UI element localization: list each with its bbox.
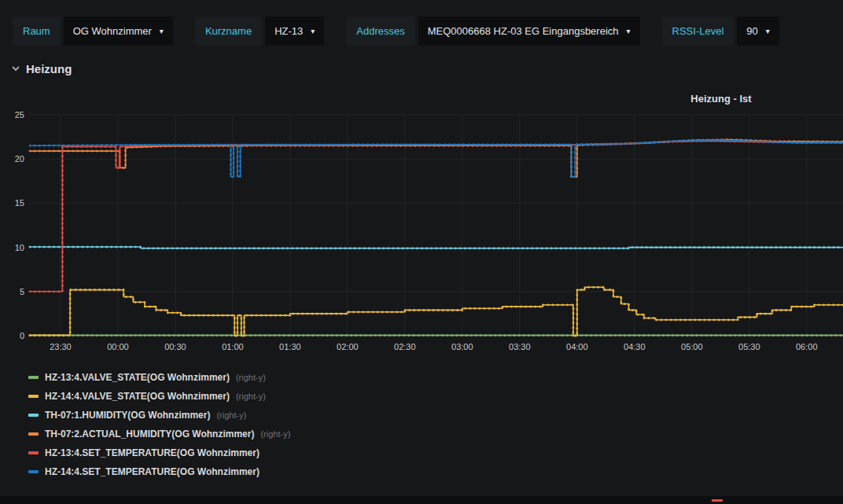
- x-axis-label: 23:30: [50, 342, 72, 351]
- legend-color-key[interactable]: [28, 414, 39, 417]
- graph-canvas[interactable]: 23:3000:0000:3001:0001:3002:0002:3003:00…: [0, 88, 843, 359]
- variable-value-text: MEQ0006668 HZ-03 EG Eingangsbereich: [428, 25, 619, 37]
- variable-label: Raum: [13, 17, 61, 46]
- legend-axis-suffix: (right-y): [236, 392, 266, 401]
- legend-color-key[interactable]: [28, 395, 39, 398]
- legend-color-key[interactable]: [28, 470, 39, 473]
- x-axis-label: 00:30: [164, 342, 186, 351]
- series-line-4: [30, 141, 843, 292]
- variable-value-dropdown[interactable]: MEQ0006668 HZ-03 EG Eingangsbereich▾: [418, 17, 640, 46]
- x-axis-label: 01:00: [222, 342, 244, 351]
- series-line-1: [30, 287, 843, 336]
- variable-group-3: RSSI-Level90▾: [662, 17, 779, 46]
- legend-item[interactable]: HZ-14:4.VALVE_STATE(OG Wohnzimmer)(right…: [28, 387, 290, 406]
- x-axis-label: 05:00: [681, 342, 703, 351]
- y-axis-label: 15: [15, 198, 24, 208]
- caret-down-icon: ▾: [160, 28, 164, 35]
- legend-series-name: TH-07:2.ACTUAL_HUMIDITY(OG Wohnzimmer): [45, 429, 254, 440]
- y-axis-label: 0: [20, 331, 24, 340]
- variable-label: Kurzname: [195, 17, 262, 46]
- x-axis-label: 02:00: [337, 342, 359, 351]
- legend-color-key[interactable]: [28, 432, 39, 436]
- legend-series-name: TH-07:1.HUMIDITY(OG Wohnzimmer): [45, 410, 210, 421]
- legend-color-key[interactable]: [28, 451, 39, 454]
- next-row-strip: [0, 496, 843, 504]
- x-axis-label: 03:30: [509, 342, 531, 351]
- x-axis-label: 01:30: [279, 342, 301, 351]
- legend-series-name: HZ-14:4.SET_TEMPERATURE(OG Wohnzimmer): [45, 466, 260, 477]
- legend-axis-suffix: (right-y): [260, 429, 290, 439]
- panel-heizung-ist: Heizung - Ist 23:3000:0000:3001:0001:300…: [0, 82, 843, 497]
- caret-down-icon: ▾: [311, 28, 315, 35]
- x-axis-label: 03:00: [451, 342, 473, 351]
- next-panel-marker: [712, 499, 723, 502]
- legend-series-name: HZ-13:4.SET_TEMPERATURE(OG Wohnzimmer): [45, 447, 260, 458]
- row-title: Heizung: [26, 62, 72, 75]
- series-points-1: [30, 287, 843, 336]
- chevron-down-icon: [11, 64, 20, 73]
- y-axis-label: 20: [15, 154, 24, 164]
- variable-label: RSSI-Level: [662, 17, 734, 46]
- x-axis-label: 04:00: [566, 342, 588, 351]
- variables-bar: RaumOG Wohnzimmer▾KurznameHZ-13▾Addresse…: [13, 17, 843, 46]
- series-points-4: [30, 141, 843, 292]
- x-axis-label: 06:00: [796, 342, 818, 351]
- x-axis-label: 02:30: [394, 342, 416, 351]
- legend-series-name: HZ-13:4.VALVE_STATE(OG Wohnzimmer): [45, 372, 230, 383]
- variable-value-dropdown[interactable]: 90▾: [737, 17, 779, 46]
- variable-group-2: AddressesMEQ0006668 HZ-03 EG Eingangsber…: [346, 17, 639, 46]
- variable-value-dropdown[interactable]: HZ-13▾: [265, 17, 324, 46]
- legend-color-key[interactable]: [28, 376, 39, 379]
- legend-item[interactable]: HZ-14:4.SET_TEMPERATURE(OG Wohnzimmer): [28, 462, 290, 481]
- caret-down-icon: ▾: [627, 28, 631, 35]
- x-axis-label: 00:00: [107, 342, 129, 351]
- legend-item[interactable]: TH-07:1.HUMIDITY(OG Wohnzimmer)(right-y): [28, 406, 290, 425]
- y-axis-label: 5: [20, 287, 24, 296]
- variable-label: Addresses: [346, 17, 414, 46]
- legend-item[interactable]: HZ-13:4.VALVE_STATE(OG Wohnzimmer)(right…: [28, 368, 290, 387]
- legend-axis-suffix: (right-y): [216, 410, 246, 420]
- y-axis-label: 10: [15, 243, 24, 252]
- caret-down-icon: ▾: [766, 28, 770, 35]
- legend-item[interactable]: HZ-13:4.SET_TEMPERATURE(OG Wohnzimmer): [28, 443, 290, 462]
- x-axis-label: 05:30: [738, 342, 760, 351]
- legend-item[interactable]: TH-07:2.ACTUAL_HUMIDITY(OG Wohnzimmer)(r…: [28, 425, 290, 443]
- y-axis-label: 25: [15, 110, 24, 120]
- variable-group-0: RaumOG Wohnzimmer▾: [13, 17, 173, 46]
- legend-series-name: HZ-14:4.VALVE_STATE(OG Wohnzimmer): [45, 391, 230, 402]
- variable-value-dropdown[interactable]: OG Wohnzimmer▾: [64, 17, 173, 46]
- dashboard: RaumOG Wohnzimmer▾KurznameHZ-13▾Addresse…: [0, 0, 843, 504]
- row-header-heizung[interactable]: Heizung: [11, 60, 72, 77]
- variable-group-1: KurznameHZ-13▾: [195, 17, 324, 46]
- legend: HZ-13:4.VALVE_STATE(OG Wohnzimmer)(right…: [28, 368, 290, 481]
- legend-axis-suffix: (right-y): [236, 373, 266, 382]
- variable-value-text: OG Wohnzimmer: [73, 25, 152, 37]
- variable-value-text: 90: [746, 25, 757, 37]
- x-axis-label: 04:30: [624, 342, 646, 351]
- variable-value-text: HZ-13: [274, 25, 303, 37]
